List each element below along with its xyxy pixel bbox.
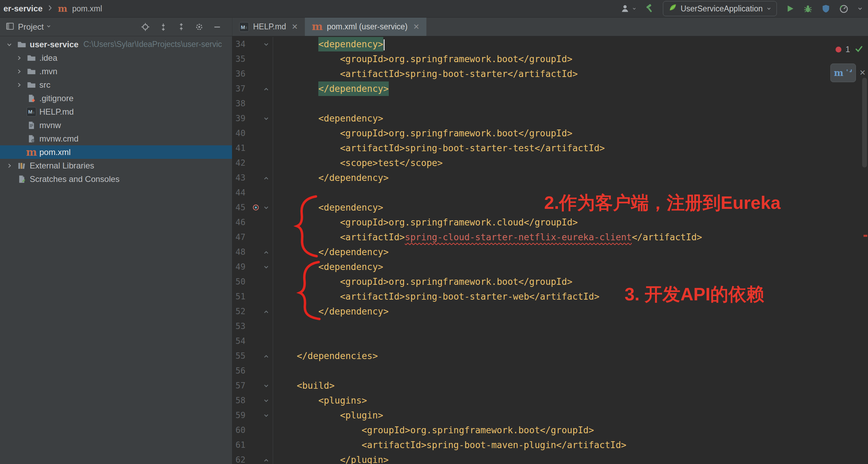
- debug-button[interactable]: [803, 4, 813, 13]
- code-line-39[interactable]: 39<dependency>: [232, 111, 868, 126]
- profiler-button[interactable]: [839, 4, 849, 13]
- tree-item-gitignore[interactable]: .gitignore: [0, 91, 232, 105]
- line-number: 39: [232, 111, 252, 126]
- fold-down-icon[interactable]: [252, 111, 273, 126]
- chevron-right-icon[interactable]: [15, 80, 23, 89]
- locate-file-button[interactable]: [141, 22, 150, 31]
- run-configuration-select[interactable]: UserServiceApplication: [663, 1, 777, 16]
- code-line-38[interactable]: 38: [232, 96, 868, 111]
- fold-down-icon[interactable]: [252, 408, 273, 423]
- code-line-48[interactable]: 48</dependency>: [232, 245, 868, 260]
- tab-help-md[interactable]: M↓HELP.md✕: [232, 18, 305, 36]
- tree-item-src[interactable]: src: [0, 78, 232, 91]
- code-text: <plugins>: [273, 393, 367, 408]
- fold-down-icon[interactable]: [252, 260, 273, 274]
- code-tag: </groupId>: [524, 217, 578, 228]
- tree-item-mvnw[interactable]: mvnw: [0, 118, 232, 132]
- code-line-46[interactable]: 46<groupId>org.springframework.cloud</gr…: [232, 215, 868, 230]
- fold-spacer: [252, 230, 273, 245]
- maven-reload-box[interactable]: m: [830, 64, 856, 82]
- fold-up-icon[interactable]: [252, 81, 273, 96]
- tab-label: HELP.md: [253, 22, 286, 31]
- fold-down-icon[interactable]: [252, 393, 273, 408]
- tab-pom-xml-user-service[interactable]: mpom.xml (user-service)✕: [305, 18, 426, 36]
- chevron-down-icon[interactable]: [46, 23, 51, 30]
- code-line-47[interactable]: 47<artifactId>spring-cloud-starter-netfl…: [232, 230, 868, 245]
- editor-pane[interactable]: 34<dependency>35<groupId>org.springframe…: [232, 36, 868, 464]
- code-line-61[interactable]: 61<artifactId>spring-boot-maven-plugin</…: [232, 438, 868, 453]
- fold-up-icon[interactable]: [252, 245, 273, 260]
- build-hammer-icon[interactable]: [645, 4, 655, 13]
- error-stripe-mark[interactable]: [864, 235, 867, 237]
- code-line-40[interactable]: 40<groupId>org.springframework.boot</gro…: [232, 126, 868, 141]
- fold-down-icon[interactable]: [252, 37, 273, 52]
- tree-item-idea[interactable]: .idea: [0, 51, 232, 65]
- code-line-62[interactable]: 62</plugin>: [232, 453, 868, 464]
- gutter-marker-icon[interactable]: [252, 204, 259, 211]
- expand-all-button[interactable]: [159, 22, 168, 31]
- tree-item-label: user-service: [30, 40, 78, 49]
- run-button[interactable]: [785, 4, 795, 13]
- editor-scrollbar[interactable]: [862, 78, 867, 167]
- hide-panel-button[interactable]: [213, 22, 222, 31]
- chevron-right-icon[interactable]: [5, 161, 14, 170]
- code-line-36[interactable]: 36<artifactId>spring-boot-starter</artif…: [232, 67, 868, 81]
- code-line-52[interactable]: 52</dependency>: [232, 304, 868, 319]
- tree-item-help-md[interactable]: M↓HELP.md: [0, 105, 232, 118]
- tree-item-mvn[interactable]: .mvn: [0, 65, 232, 78]
- settings-gear-icon[interactable]: [195, 22, 204, 31]
- code-line-35[interactable]: 35<groupId>org.springframework.boot</gro…: [232, 52, 868, 67]
- code-line-42[interactable]: 42<scope>test</scope>: [232, 156, 868, 171]
- chevron-right-icon[interactable]: [15, 67, 23, 76]
- close-icon[interactable]: ✕: [859, 68, 866, 77]
- user-account-icon[interactable]: [621, 4, 637, 13]
- chevron-right-icon[interactable]: [15, 54, 23, 62]
- code-tag: <groupId>: [340, 217, 389, 228]
- more-actions-chevron-icon[interactable]: [857, 6, 863, 12]
- markdown-icon: M↓: [26, 107, 37, 117]
- fold-up-icon[interactable]: [252, 304, 273, 319]
- tree-item-mvnw-cmd[interactable]: mvnw.cmd: [0, 132, 232, 145]
- fold-up-icon[interactable]: [252, 171, 273, 185]
- coverage-button[interactable]: [821, 4, 831, 13]
- title-bar: er-service m pom.xml UserServiceApplicat…: [0, 0, 868, 18]
- breadcrumb-file[interactable]: pom.xml: [72, 4, 102, 13]
- code-line-58[interactable]: 58<plugins>: [232, 393, 868, 408]
- code-line-55[interactable]: 55</dependencies>: [232, 349, 868, 364]
- line-number: 60: [232, 423, 252, 438]
- code-line-60[interactable]: 60<groupId>org.springframework.boot</gro…: [232, 423, 868, 438]
- code-text: <artifactId>spring-boot-starter-test</ar…: [273, 141, 605, 156]
- code-line-56[interactable]: 56: [232, 364, 868, 378]
- close-icon[interactable]: ✕: [413, 22, 419, 31]
- tree-item-external-libraries[interactable]: External Libraries: [0, 159, 232, 172]
- code-line-53[interactable]: 53: [232, 319, 868, 334]
- code-tag: </plugin>: [340, 455, 389, 464]
- code-line-49[interactable]: 49<dependency>: [232, 260, 868, 274]
- inspections-widget[interactable]: 1: [836, 44, 863, 55]
- code-line-37[interactable]: 37</dependency>: [232, 81, 868, 96]
- code-line-54[interactable]: 54: [232, 334, 868, 349]
- code-text: org.springframework.boot: [410, 425, 540, 435]
- fold-down-icon[interactable]: [252, 378, 273, 393]
- code-line-43[interactable]: 43</dependency>: [232, 171, 868, 185]
- code-line-50[interactable]: 50<groupId>org.springframework.boot</gro…: [232, 274, 868, 289]
- tree-item-scratches-and-consoles[interactable]: Scratches and Consoles: [0, 172, 232, 186]
- fold-up-icon[interactable]: [252, 453, 273, 464]
- line-number: 50: [232, 274, 252, 289]
- code-line-59[interactable]: 59<plugin>: [232, 408, 868, 423]
- collapse-all-button[interactable]: [177, 22, 186, 31]
- project-view-dropdown[interactable]: Project: [18, 22, 44, 32]
- code-line-34[interactable]: 34<dependency>: [232, 37, 868, 52]
- fold-up-icon[interactable]: [252, 349, 273, 364]
- tree-item-label: pom.xml: [39, 147, 71, 157]
- code-line-41[interactable]: 41<artifactId>spring-boot-starter-test</…: [232, 141, 868, 156]
- close-icon[interactable]: ✕: [291, 22, 298, 31]
- tree-item-pom-xml[interactable]: mpom.xml: [0, 145, 232, 159]
- code-text: <groupId>org.springframework.cloud</grou…: [273, 215, 578, 230]
- tree-item-user-service[interactable]: user-serviceC:\Users\Sylar\IdeaProjects\…: [0, 38, 232, 51]
- code-text: org.springframework.boot: [389, 277, 519, 287]
- code-line-57[interactable]: 57<build>: [232, 378, 868, 393]
- maven-reload-button[interactable]: m ✕: [830, 64, 866, 82]
- code-line-51[interactable]: 51<artifactId>spring-boot-starter-web</a…: [232, 289, 868, 304]
- chevron-down-icon[interactable]: [5, 40, 14, 49]
